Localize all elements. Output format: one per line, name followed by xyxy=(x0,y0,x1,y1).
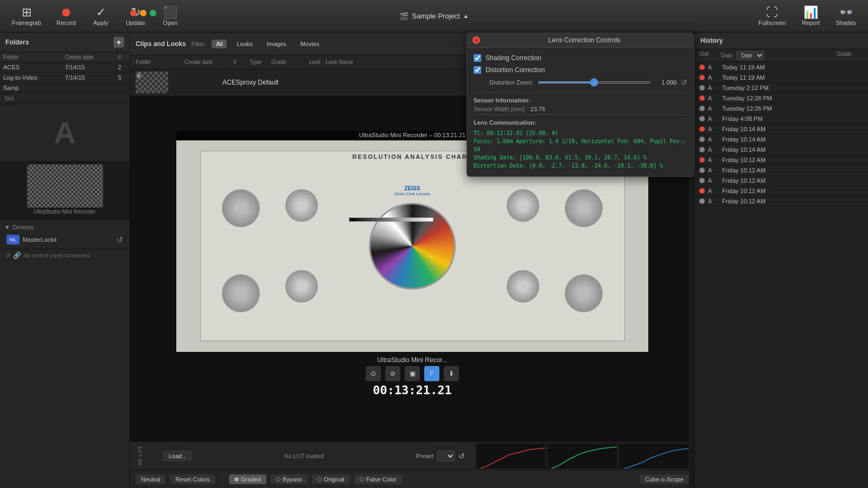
cube-scope-button[interactable]: Cube-o-Scope xyxy=(640,474,689,484)
filter-looks-button[interactable]: Looks xyxy=(232,40,257,48)
device-icon: ML xyxy=(7,235,20,245)
preset-dropdown[interactable] xyxy=(437,451,455,461)
history-row[interactable]: A Tuesday 2:12 PM xyxy=(695,83,868,93)
history-row[interactable]: A Friday 10:12 AM xyxy=(695,186,868,196)
history-date: Tuesday 2:12 PM xyxy=(722,85,833,91)
apply-icon: ✓ xyxy=(96,7,106,18)
fullscreen-button[interactable]: ⛶ Fullscreen xyxy=(752,3,793,29)
reset-colors-button[interactable]: Reset Colors xyxy=(170,474,215,484)
clip-button[interactable]: ▣ xyxy=(405,366,420,381)
refresh-icon[interactable]: ↺ xyxy=(117,235,123,244)
source-short-name: UltraStudio Mini Recor... xyxy=(377,356,447,364)
history-row[interactable]: A Friday 10:12 AM xyxy=(695,155,868,165)
history-row[interactable]: A Tuesday 12:26 PM xyxy=(695,104,868,114)
history-row[interactable]: A Friday 10:14 AM xyxy=(695,145,868,155)
history-row[interactable]: A Friday 10:12 AM xyxy=(695,165,868,176)
scope-blue-graph xyxy=(619,444,688,468)
folder-row[interactable]: Log-to-Video 7/14/15 5 xyxy=(0,73,130,83)
scope-blue xyxy=(618,444,689,469)
add-folder-button[interactable]: + xyxy=(113,37,124,48)
flag-button[interactable]: F xyxy=(424,366,439,381)
col-num-header: # xyxy=(233,59,244,65)
folders-header: Folders + xyxy=(0,33,130,53)
folder-row[interactable]: Samp xyxy=(0,83,130,93)
col-type-header: Type xyxy=(250,59,266,65)
skip-button[interactable]: ⊘ xyxy=(385,366,400,381)
filter-all-button[interactable]: All xyxy=(212,40,227,48)
folder-row[interactable]: ACES 7/14/15 2 xyxy=(0,62,130,73)
sensor-section: Sensor Information: Sensor Width [mm]: 2… xyxy=(474,92,687,112)
corner-circle-br xyxy=(565,274,603,312)
col-lock-header: Lock xyxy=(309,59,320,65)
apply-button[interactable]: ✓ Apply xyxy=(85,3,117,29)
false-color-button[interactable]: False Color xyxy=(354,474,402,484)
tc-line1: TC: 00:13:22.02 (25.00, 0) xyxy=(474,129,687,137)
download-button[interactable]: ⬇ xyxy=(444,366,459,381)
history-row[interactable]: A Friday 10:14 AM xyxy=(695,124,868,134)
sensor-width-label: Sensor Width [mm]: xyxy=(474,106,526,112)
open-icon: ⬛ xyxy=(163,7,177,18)
framegrab-button[interactable]: ⊞ Framegrab xyxy=(5,3,48,29)
history-slot: A xyxy=(708,146,719,153)
distortion-zoom-label: Distortion Zoom: xyxy=(474,79,533,86)
project-title-area: 🎬 Sample Project ▲ xyxy=(399,12,468,21)
timecode-display: 00:13:21.21 xyxy=(373,383,452,397)
mid-circle-3 xyxy=(285,270,318,303)
history-row[interactable]: A Friday 4:08 PM xyxy=(695,114,868,124)
preset-area: Preset ↺ xyxy=(416,451,465,461)
distortion-correction-row: Distortion Correction xyxy=(474,66,687,74)
graded-button[interactable]: Graded xyxy=(229,474,266,484)
history-row[interactable]: A Today 11:19 AM xyxy=(695,73,868,83)
tc-line3: Shading Data: [100.0, 83.0, 61.5, 39.1, … xyxy=(474,153,687,162)
close-button[interactable]: ✕ xyxy=(473,36,480,44)
distortion-zoom-slider[interactable] xyxy=(538,81,650,84)
history-table-header: Slot Date Date Grade xyxy=(695,49,868,62)
filter-images-button[interactable]: Images xyxy=(263,40,291,48)
history-slot: A xyxy=(708,85,719,91)
sensor-width-value: 23.76 xyxy=(531,106,546,112)
lens-panel-header: ✕ Lens Correction Controls xyxy=(467,33,694,48)
filter-movies-button[interactable]: Movies xyxy=(296,40,324,48)
shades-button[interactable]: 👓 Shades xyxy=(829,3,863,29)
history-row[interactable]: A Friday 10:12 AM xyxy=(695,196,868,207)
lut-bar: 3D LUT Load , No LUT loaded Preset ↺ xyxy=(130,441,694,470)
distortion-zoom-reset-button[interactable]: ↺ xyxy=(681,78,687,87)
status-icon: ⟳ xyxy=(5,252,11,259)
bypass-button[interactable]: Bypass xyxy=(271,474,308,484)
clip-thumbnail-large xyxy=(27,164,103,208)
scope-red xyxy=(476,444,546,469)
history-row[interactable]: A Friday 10:14 AM xyxy=(695,134,868,145)
preset-refresh-button[interactable]: ↺ xyxy=(458,452,465,460)
history-slot: A xyxy=(708,188,719,194)
history-color-dot xyxy=(699,126,705,132)
history-row[interactable]: A Friday 10:12 AM xyxy=(695,176,868,186)
count-col-header: # xyxy=(114,53,130,62)
preset-label: Preset xyxy=(416,453,433,459)
history-date: Today 11:19 AM xyxy=(722,64,833,70)
record-button[interactable]: ⏺ Record xyxy=(50,3,82,29)
distortion-correction-label: Distortion Correction xyxy=(486,66,545,74)
history-row[interactable]: A Today 11:19 AM xyxy=(695,62,868,73)
col-lookname-header: Look Name xyxy=(326,59,461,65)
report-button[interactable]: 📊 Report xyxy=(795,3,827,29)
open-button[interactable]: ⬛ Open xyxy=(154,3,187,29)
loop-button[interactable]: ⊙ xyxy=(366,366,381,381)
history-color-dot xyxy=(699,116,705,121)
history-sort-dropdown[interactable]: Date xyxy=(736,51,764,60)
toolbar: ⊞ Framegrab ⏺ Record ✓ Apply ↻ Update ⬛ … xyxy=(0,0,868,33)
lens-panel-title: Lens Correction Controls xyxy=(480,36,688,44)
load-lut-button[interactable]: Load , xyxy=(162,451,192,461)
original-button[interactable]: Original xyxy=(312,474,350,484)
graded-radio xyxy=(234,477,239,481)
history-color-dot xyxy=(699,188,705,194)
history-row[interactable]: A Tuesday 12:26 PM xyxy=(695,93,868,104)
mid-circle-1 xyxy=(285,189,318,222)
history-date: Friday 10:12 AM xyxy=(722,198,833,204)
distortion-correction-checkbox[interactable] xyxy=(474,66,481,74)
neutral-button[interactable]: Neutral xyxy=(136,474,165,484)
history-slot: A xyxy=(708,167,719,174)
shading-correction-checkbox[interactable] xyxy=(474,54,481,62)
grayscale-bar xyxy=(349,217,433,222)
clip-badge: L xyxy=(137,73,141,79)
lens-correction-panel: ✕ Lens Correction Controls Shading Corre… xyxy=(467,33,694,177)
